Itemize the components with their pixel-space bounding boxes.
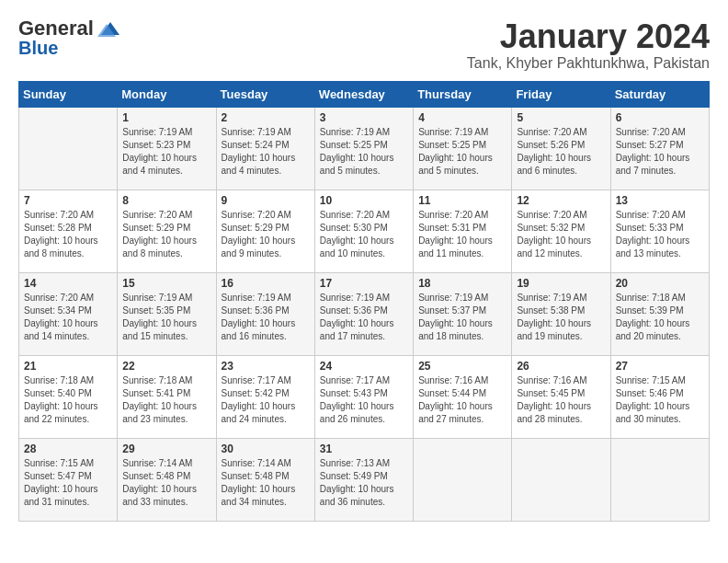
day-number: 2: [222, 111, 310, 124]
day-info: Sunrise: 7:19 AM Sunset: 5:36 PM Dayligh…: [222, 292, 310, 343]
day-info: Sunrise: 7:20 AM Sunset: 5:34 PM Dayligh…: [24, 292, 112, 343]
day-info: Sunrise: 7:17 AM Sunset: 5:43 PM Dayligh…: [320, 374, 408, 426]
day-number: 17: [320, 277, 408, 290]
day-number: 23: [222, 360, 310, 373]
day-info: Sunrise: 7:19 AM Sunset: 5:25 PM Dayligh…: [418, 126, 506, 178]
day-info: Sunrise: 7:14 AM Sunset: 5:48 PM Dayligh…: [122, 457, 210, 509]
header-cell-monday: Monday: [118, 81, 216, 107]
day-info: Sunrise: 7:20 AM Sunset: 5:31 PM Dayligh…: [418, 209, 506, 260]
day-info: Sunrise: 7:19 AM Sunset: 5:24 PM Dayligh…: [222, 126, 310, 178]
day-cell: 13Sunrise: 7:20 AM Sunset: 5:33 PM Dayli…: [610, 190, 709, 272]
day-number: 12: [517, 194, 605, 207]
day-cell: 21Sunrise: 7:18 AM Sunset: 5:40 PM Dayli…: [19, 355, 118, 438]
header-cell-wednesday: Wednesday: [314, 81, 413, 107]
day-info: Sunrise: 7:15 AM Sunset: 5:47 PM Dayligh…: [24, 457, 112, 509]
day-number: 26: [517, 360, 605, 373]
day-info: Sunrise: 7:19 AM Sunset: 5:25 PM Dayligh…: [320, 126, 408, 178]
week-row-2: 7Sunrise: 7:20 AM Sunset: 5:28 PM Daylig…: [19, 190, 710, 272]
day-cell: 2Sunrise: 7:19 AM Sunset: 5:24 PM Daylig…: [216, 107, 314, 190]
day-info: Sunrise: 7:19 AM Sunset: 5:37 PM Dayligh…: [418, 292, 506, 343]
day-cell: 11Sunrise: 7:20 AM Sunset: 5:31 PM Dayli…: [414, 190, 512, 272]
day-cell: 26Sunrise: 7:16 AM Sunset: 5:45 PM Dayli…: [512, 355, 610, 438]
day-cell: 28Sunrise: 7:15 AM Sunset: 5:47 PM Dayli…: [19, 438, 118, 521]
logo-icon: [94, 18, 121, 39]
day-cell: 29Sunrise: 7:14 AM Sunset: 5:48 PM Dayli…: [118, 438, 216, 521]
day-cell: 22Sunrise: 7:18 AM Sunset: 5:41 PM Dayli…: [118, 355, 216, 438]
day-number: 16: [222, 277, 310, 290]
day-cell: 9Sunrise: 7:20 AM Sunset: 5:29 PM Daylig…: [216, 190, 314, 272]
day-number: 4: [418, 111, 506, 124]
page-header: General Blue January 2024 Tank, Khyber P…: [18, 18, 710, 72]
day-info: Sunrise: 7:20 AM Sunset: 5:27 PM Dayligh…: [616, 126, 704, 178]
day-cell: 16Sunrise: 7:19 AM Sunset: 5:36 PM Dayli…: [216, 272, 314, 355]
day-cell: 8Sunrise: 7:20 AM Sunset: 5:29 PM Daylig…: [118, 190, 216, 272]
day-cell: 27Sunrise: 7:15 AM Sunset: 5:46 PM Dayli…: [610, 355, 709, 438]
day-cell: [512, 438, 610, 521]
day-number: 21: [24, 360, 112, 373]
day-cell: 23Sunrise: 7:17 AM Sunset: 5:42 PM Dayli…: [216, 355, 314, 438]
day-info: Sunrise: 7:16 AM Sunset: 5:44 PM Dayligh…: [418, 374, 506, 426]
day-number: 19: [517, 277, 605, 290]
calendar-table: SundayMondayTuesdayWednesdayThursdayFrid…: [18, 81, 710, 522]
day-cell: 6Sunrise: 7:20 AM Sunset: 5:27 PM Daylig…: [610, 107, 709, 190]
calendar-title: January 2024: [467, 18, 710, 55]
calendar-subtitle: Tank, Khyber Pakhtunkhwa, Pakistan: [467, 55, 710, 72]
day-number: 9: [222, 194, 310, 207]
day-number: 31: [320, 442, 408, 455]
day-cell: 3Sunrise: 7:19 AM Sunset: 5:25 PM Daylig…: [314, 107, 413, 190]
day-info: Sunrise: 7:17 AM Sunset: 5:42 PM Dayligh…: [222, 374, 310, 426]
day-info: Sunrise: 7:18 AM Sunset: 5:40 PM Dayligh…: [24, 374, 112, 426]
day-number: 10: [320, 194, 408, 207]
day-cell: 7Sunrise: 7:20 AM Sunset: 5:28 PM Daylig…: [19, 190, 118, 272]
day-cell: 4Sunrise: 7:19 AM Sunset: 5:25 PM Daylig…: [414, 107, 512, 190]
day-info: Sunrise: 7:20 AM Sunset: 5:29 PM Dayligh…: [122, 209, 210, 260]
header-cell-friday: Friday: [512, 81, 610, 107]
day-cell: 18Sunrise: 7:19 AM Sunset: 5:37 PM Dayli…: [414, 272, 512, 355]
day-number: 25: [418, 360, 506, 373]
logo: General Blue: [18, 18, 121, 57]
day-info: Sunrise: 7:19 AM Sunset: 5:38 PM Dayligh…: [517, 292, 605, 343]
day-info: Sunrise: 7:20 AM Sunset: 5:33 PM Dayligh…: [616, 209, 704, 260]
week-row-3: 14Sunrise: 7:20 AM Sunset: 5:34 PM Dayli…: [19, 272, 710, 355]
day-cell: 14Sunrise: 7:20 AM Sunset: 5:34 PM Dayli…: [19, 272, 118, 355]
day-info: Sunrise: 7:19 AM Sunset: 5:36 PM Dayligh…: [320, 292, 408, 343]
day-info: Sunrise: 7:20 AM Sunset: 5:26 PM Dayligh…: [517, 126, 605, 178]
day-number: 15: [122, 277, 210, 290]
day-number: 18: [418, 277, 506, 290]
day-cell: 12Sunrise: 7:20 AM Sunset: 5:32 PM Dayli…: [512, 190, 610, 272]
day-number: 3: [320, 111, 408, 124]
day-number: 1: [122, 111, 210, 124]
header-cell-sunday: Sunday: [19, 81, 118, 107]
day-number: 6: [616, 111, 704, 124]
day-info: Sunrise: 7:13 AM Sunset: 5:49 PM Dayligh…: [320, 457, 408, 509]
day-cell: 20Sunrise: 7:18 AM Sunset: 5:39 PM Dayli…: [610, 272, 709, 355]
header-cell-saturday: Saturday: [610, 81, 709, 107]
day-info: Sunrise: 7:19 AM Sunset: 5:23 PM Dayligh…: [122, 126, 210, 178]
day-number: 13: [616, 194, 704, 207]
day-number: 24: [320, 360, 408, 373]
day-cell: 15Sunrise: 7:19 AM Sunset: 5:35 PM Dayli…: [118, 272, 216, 355]
header-cell-thursday: Thursday: [414, 81, 512, 107]
day-info: Sunrise: 7:15 AM Sunset: 5:46 PM Dayligh…: [616, 374, 704, 426]
week-row-1: 1Sunrise: 7:19 AM Sunset: 5:23 PM Daylig…: [19, 107, 710, 190]
day-info: Sunrise: 7:20 AM Sunset: 5:32 PM Dayligh…: [517, 209, 605, 260]
day-info: Sunrise: 7:20 AM Sunset: 5:29 PM Dayligh…: [222, 209, 310, 260]
day-info: Sunrise: 7:19 AM Sunset: 5:35 PM Dayligh…: [122, 292, 210, 343]
day-info: Sunrise: 7:16 AM Sunset: 5:45 PM Dayligh…: [517, 374, 605, 426]
day-number: 14: [24, 277, 112, 290]
day-cell: 10Sunrise: 7:20 AM Sunset: 5:30 PM Dayli…: [314, 190, 413, 272]
week-row-5: 28Sunrise: 7:15 AM Sunset: 5:47 PM Dayli…: [19, 438, 710, 521]
logo-blue-text: Blue: [18, 39, 58, 57]
day-cell: 17Sunrise: 7:19 AM Sunset: 5:36 PM Dayli…: [314, 272, 413, 355]
day-number: 20: [616, 277, 704, 290]
header-row: SundayMondayTuesdayWednesdayThursdayFrid…: [19, 81, 710, 107]
day-info: Sunrise: 7:20 AM Sunset: 5:28 PM Dayligh…: [24, 209, 112, 260]
day-number: 29: [122, 442, 210, 455]
day-number: 11: [418, 194, 506, 207]
day-number: 8: [122, 194, 210, 207]
day-cell: [414, 438, 512, 521]
day-info: Sunrise: 7:18 AM Sunset: 5:41 PM Dayligh…: [122, 374, 210, 426]
day-number: 5: [517, 111, 605, 124]
day-info: Sunrise: 7:20 AM Sunset: 5:30 PM Dayligh…: [320, 209, 408, 260]
day-cell: 25Sunrise: 7:16 AM Sunset: 5:44 PM Dayli…: [414, 355, 512, 438]
